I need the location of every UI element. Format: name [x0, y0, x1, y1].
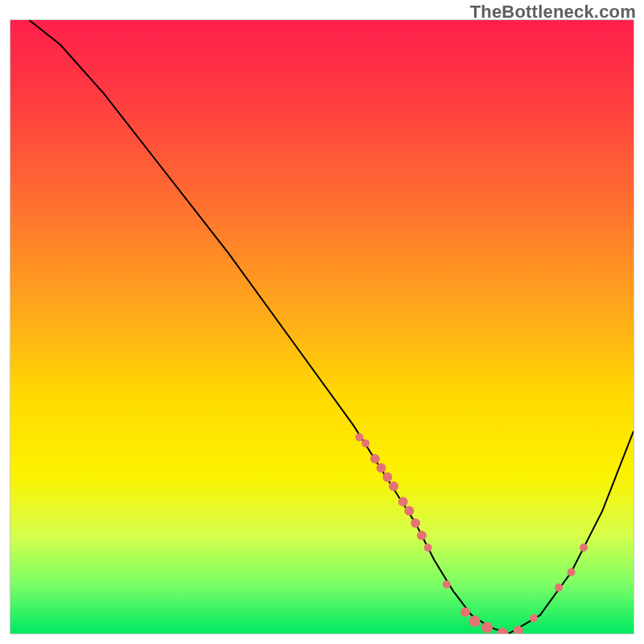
data-marker — [389, 481, 398, 491]
data-marker — [398, 497, 408, 506]
data-marker — [555, 584, 563, 592]
data-marker — [568, 568, 576, 576]
data-marker — [580, 543, 588, 551]
data-marker — [361, 440, 369, 448]
data-marker — [370, 454, 380, 464]
chart-stage: TheBottleneck.com — [0, 0, 644, 644]
data-marker — [377, 463, 386, 473]
plot-area — [10, 19, 634, 634]
data-marker — [460, 607, 470, 617]
data-marker — [469, 616, 481, 627]
data-marker — [497, 628, 508, 634]
data-marker — [530, 614, 538, 622]
bottleneck-curve — [29, 20, 634, 634]
chart-svg — [10, 20, 634, 634]
data-marker — [417, 530, 427, 540]
data-marker — [443, 580, 451, 588]
data-marker — [411, 518, 420, 528]
data-marker — [424, 543, 432, 551]
marker-group — [355, 433, 588, 634]
data-marker — [404, 506, 414, 516]
data-marker — [382, 473, 392, 482]
data-marker — [355, 433, 363, 441]
data-marker — [481, 621, 493, 633]
